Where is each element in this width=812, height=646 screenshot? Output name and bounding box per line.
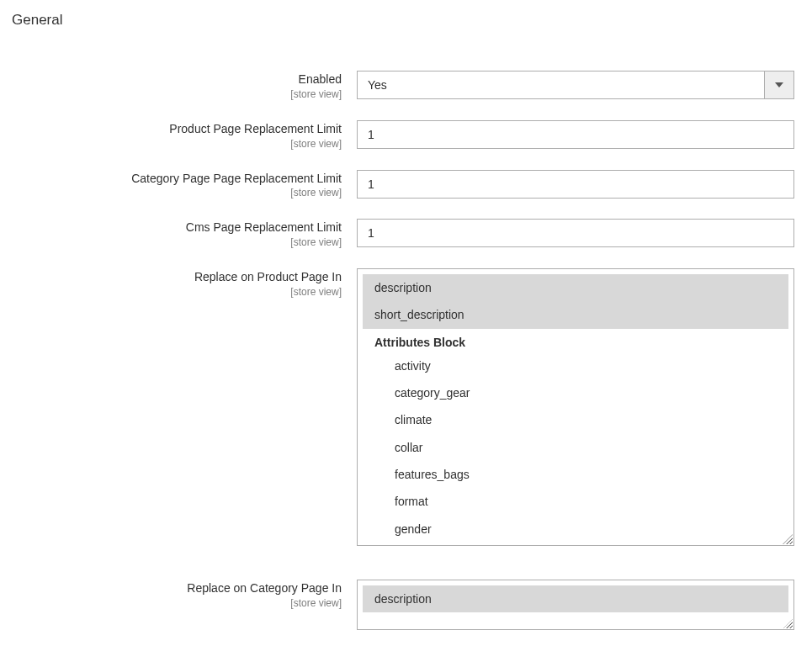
multiselect-option[interactable]: format: [363, 488, 788, 515]
replace-category-label: Replace on Category Page In: [187, 581, 342, 595]
replace-product-label: Replace on Product Page In: [194, 270, 342, 283]
section-title: General: [12, 12, 800, 29]
label-col: Cms Page Replacement Limit [store view]: [12, 219, 357, 248]
enabled-label: Enabled: [299, 72, 342, 86]
field-row-category-limit: Category Page Page Replacement Limit [st…: [12, 170, 800, 199]
category-limit-input[interactable]: [357, 170, 794, 199]
multiselect-option[interactable]: activity: [363, 352, 788, 379]
chevron-down-icon: [775, 82, 783, 87]
field-row-replace-category: Replace on Category Page In [store view]…: [12, 580, 800, 630]
multiselect-scrollarea[interactable]: description: [358, 580, 793, 629]
enabled-select-toggle[interactable]: [764, 71, 793, 98]
replace-product-multiselect[interactable]: descriptionshort_descriptionAttributes B…: [357, 268, 794, 546]
product-limit-label: Product Page Replacement Limit: [169, 122, 342, 135]
multiselect-option[interactable]: description: [363, 585, 788, 612]
multiselect-option[interactable]: climate: [363, 406, 788, 433]
field-row-replace-product: Replace on Product Page In [store view] …: [12, 268, 800, 546]
field-row-product-limit: Product Page Replacement Limit [store vi…: [12, 120, 800, 150]
scope-label: [store view]: [12, 187, 342, 199]
enabled-select-value: Yes: [358, 71, 764, 98]
scope-label: [store view]: [12, 597, 342, 609]
label-col: Category Page Page Replacement Limit [st…: [12, 170, 357, 199]
multiselect-option[interactable]: description: [363, 274, 788, 301]
field-row-enabled: Enabled [store view] Yes: [12, 71, 800, 100]
label-col: Replace on Product Page In [store view]: [12, 268, 357, 298]
scope-label: [store view]: [12, 138, 342, 150]
multiselect-group-label: Attributes Block: [363, 329, 788, 352]
multiselect-option[interactable]: gender: [363, 516, 788, 543]
multiselect-option[interactable]: collar: [363, 434, 788, 461]
multiselect-option[interactable]: category_gear: [363, 379, 788, 406]
enabled-select[interactable]: Yes: [357, 71, 794, 99]
multiselect-option[interactable]: short_description: [363, 301, 788, 328]
label-col: Enabled [store view]: [12, 71, 357, 100]
scope-label: [store view]: [12, 88, 342, 100]
replace-category-multiselect[interactable]: description: [357, 580, 794, 630]
scope-label: [store view]: [12, 236, 342, 248]
scope-label: [store view]: [12, 286, 342, 298]
label-col: Product Page Replacement Limit [store vi…: [12, 120, 357, 150]
cms-limit-label: Cms Page Replacement Limit: [186, 220, 342, 234]
cms-limit-input[interactable]: [357, 219, 794, 247]
multiselect-option[interactable]: features_bags: [363, 461, 788, 488]
field-row-cms-limit: Cms Page Replacement Limit [store view]: [12, 219, 800, 248]
category-limit-label: Category Page Page Replacement Limit: [131, 172, 342, 185]
label-col: Replace on Category Page In [store view]: [12, 580, 357, 609]
product-limit-input[interactable]: [357, 120, 794, 149]
multiselect-scrollarea[interactable]: descriptionshort_descriptionAttributes B…: [358, 269, 793, 545]
